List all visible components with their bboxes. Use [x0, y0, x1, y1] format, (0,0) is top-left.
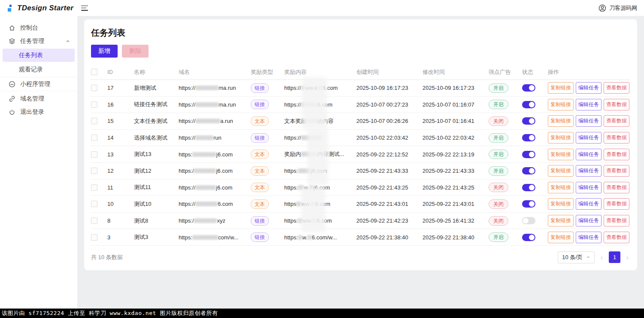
edit-task-button[interactable]: 编辑任务: [576, 198, 601, 210]
sidebar-item-domain-mgmt[interactable]: 域名管理: [0, 92, 77, 105]
top-bar: TDesign Starter 刀客源码网: [0, 0, 644, 16]
view-data-button[interactable]: 查看数据: [604, 165, 629, 177]
copy-link-button[interactable]: 复制链接: [548, 82, 574, 94]
cell-created: 2025-09-22 21:42:23: [356, 217, 422, 224]
cell-reward-content: https:w.6.com/w...: [284, 234, 356, 241]
edit-task-button[interactable]: 编辑任务: [576, 215, 601, 226]
edit-task-button[interactable]: 编辑任务: [576, 165, 601, 177]
sidebar-item-miniprogram[interactable]: 小程序管理: [0, 77, 77, 91]
copy-link-button[interactable]: 复制链接: [548, 149, 574, 160]
view-data-button[interactable]: 查看数据: [604, 82, 629, 94]
view-data-button[interactable]: 查看数据: [604, 115, 629, 127]
copy-link-button[interactable]: 复制链接: [548, 132, 574, 144]
prev-page-button[interactable]: ‹: [599, 254, 605, 261]
cell-force-ad: 开启: [489, 232, 522, 242]
view-data-button[interactable]: 查看数据: [604, 215, 629, 226]
redacted-segment: [298, 185, 304, 190]
view-data-button[interactable]: 查看数据: [604, 182, 629, 193]
edit-task-button[interactable]: 编辑任务: [576, 99, 601, 110]
row-checkbox[interactable]: [91, 184, 97, 191]
cell-id: 3: [107, 234, 134, 241]
copy-link-button[interactable]: 复制链接: [548, 198, 574, 210]
status-toggle[interactable]: [522, 217, 535, 224]
text-segment: https://: [284, 135, 301, 141]
copy-link-button[interactable]: 复制链接: [548, 215, 574, 226]
edit-task-button[interactable]: 编辑任务: [576, 149, 601, 160]
cell-force-ad: 开启: [489, 100, 522, 109]
user-menu[interactable]: 刀客源码网: [598, 4, 644, 12]
sidebar-item-logout[interactable]: 退出登录: [0, 105, 77, 119]
next-page-button[interactable]: ›: [625, 254, 630, 261]
status-toggle[interactable]: [522, 200, 535, 208]
miniprogram-icon: [9, 81, 15, 88]
cell-domain: https://a.run: [179, 118, 251, 124]
sidebar-item-task-list[interactable]: 任务列表: [3, 49, 75, 62]
status-toggle[interactable]: [522, 117, 535, 125]
edit-task-button[interactable]: 编辑任务: [576, 132, 601, 144]
status-toggle[interactable]: [522, 84, 535, 92]
copy-link-button[interactable]: 复制链接: [548, 232, 574, 243]
text-segment: https://: [284, 101, 301, 108]
edit-task-button[interactable]: 编辑任务: [576, 115, 601, 127]
edit-task-button[interactable]: 编辑任务: [576, 232, 601, 243]
table-row: 3测试3https:com/w...链接https:w.6.com/w...20…: [91, 229, 630, 246]
sidebar-item-watch-records[interactable]: 观看记录: [3, 63, 75, 76]
status-toggle[interactable]: [522, 151, 535, 158]
cell-operations: 复制链接编辑任务查看数据: [548, 215, 630, 226]
cell-name: 新增测试: [134, 84, 179, 92]
cell-reward-content: 奖励内内容测试...: [284, 150, 356, 158]
row-checkbox[interactable]: [91, 101, 97, 108]
cell-force-ad: 开启: [489, 166, 522, 176]
cell-reward-content: httpsww.6.com: [284, 201, 356, 207]
view-data-button[interactable]: 查看数据: [604, 99, 629, 110]
collapse-menu-icon[interactable]: [81, 6, 88, 11]
text-segment: 动内容: [317, 118, 334, 124]
copy-link-button[interactable]: 复制链接: [548, 99, 574, 110]
text-segment: https:: [284, 217, 298, 224]
sidebar-item-console[interactable]: 控制台: [0, 21, 77, 34]
status-toggle[interactable]: [522, 167, 535, 174]
row-checkbox[interactable]: [91, 201, 97, 207]
column-header: 强点广告: [489, 68, 522, 76]
row-checkbox-cell: [91, 201, 107, 207]
cell-status: [522, 234, 548, 241]
add-button[interactable]: 新增: [91, 45, 118, 58]
row-checkbox[interactable]: [91, 118, 97, 124]
menu-divider: 小程序管理: [0, 77, 77, 91]
row-checkbox[interactable]: [91, 168, 97, 174]
copy-link-button[interactable]: 复制链接: [548, 115, 574, 127]
copy-link-button[interactable]: 复制链接: [548, 182, 574, 193]
redacted-segment: [192, 235, 218, 240]
edit-task-button[interactable]: 编辑任务: [576, 182, 601, 193]
sidebar-item-task-mgmt[interactable]: 任务管理: [0, 34, 77, 48]
view-data-button[interactable]: 查看数据: [604, 232, 629, 243]
page-size-select[interactable]: 10 条/页: [558, 251, 595, 263]
table-row: 10测试10https://6.com文本httpsww.6.com2025-0…: [91, 196, 630, 213]
status-toggle[interactable]: [522, 134, 535, 141]
cell-name: 测试8: [134, 217, 179, 225]
row-checkbox[interactable]: [91, 217, 97, 224]
reward-type-tag: 文本: [251, 199, 269, 209]
view-data-button[interactable]: 查看数据: [604, 149, 629, 160]
view-data-button[interactable]: 查看数据: [604, 198, 629, 210]
text-segment: https://: [179, 201, 195, 207]
delete-button[interactable]: 删除: [122, 45, 149, 58]
view-data-button[interactable]: 查看数据: [604, 132, 629, 144]
row-checkbox[interactable]: [91, 135, 97, 141]
status-toggle[interactable]: [522, 184, 535, 191]
column-header: 名称: [134, 68, 179, 76]
page-1-button[interactable]: 1: [609, 251, 620, 263]
power-icon: [9, 109, 15, 116]
row-checkbox[interactable]: [91, 85, 97, 91]
row-checkbox[interactable]: [91, 234, 97, 241]
edit-task-button[interactable]: 编辑任务: [576, 82, 601, 94]
status-toggle[interactable]: [522, 234, 535, 241]
redacted-segment: [296, 202, 301, 206]
cell-created: 2025-09-22 21:43:25: [356, 184, 422, 191]
select-all-checkbox[interactable]: [91, 69, 97, 75]
reward-type-tag: 链接: [251, 216, 269, 226]
cell-created: 2025-09-22 21:43:01: [356, 201, 422, 207]
copy-link-button[interactable]: 复制链接: [548, 165, 574, 177]
row-checkbox[interactable]: [91, 151, 97, 158]
status-toggle[interactable]: [522, 101, 535, 108]
